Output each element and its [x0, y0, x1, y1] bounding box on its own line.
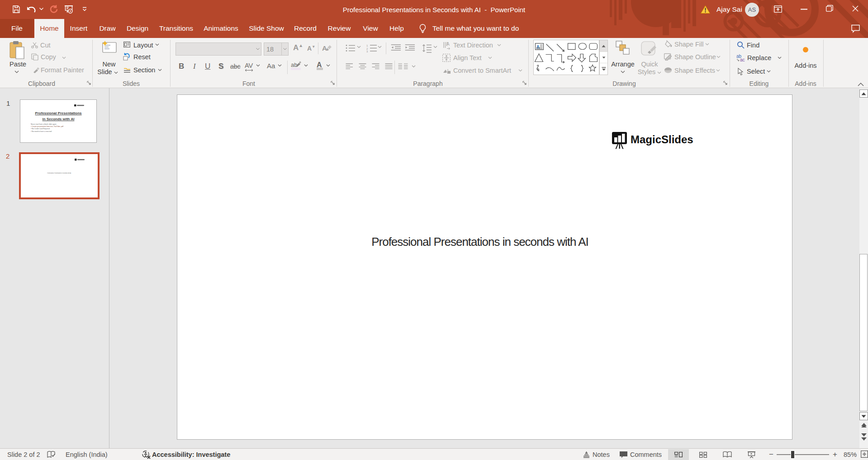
svg-text:1: 1	[366, 44, 368, 47]
svg-text:3: 3	[366, 50, 368, 52]
svg-text:2: 2	[366, 47, 368, 50]
svg-text:A: A	[322, 44, 327, 52]
svg-text:A: A	[446, 42, 450, 47]
svg-text:ac: ac	[740, 57, 745, 62]
